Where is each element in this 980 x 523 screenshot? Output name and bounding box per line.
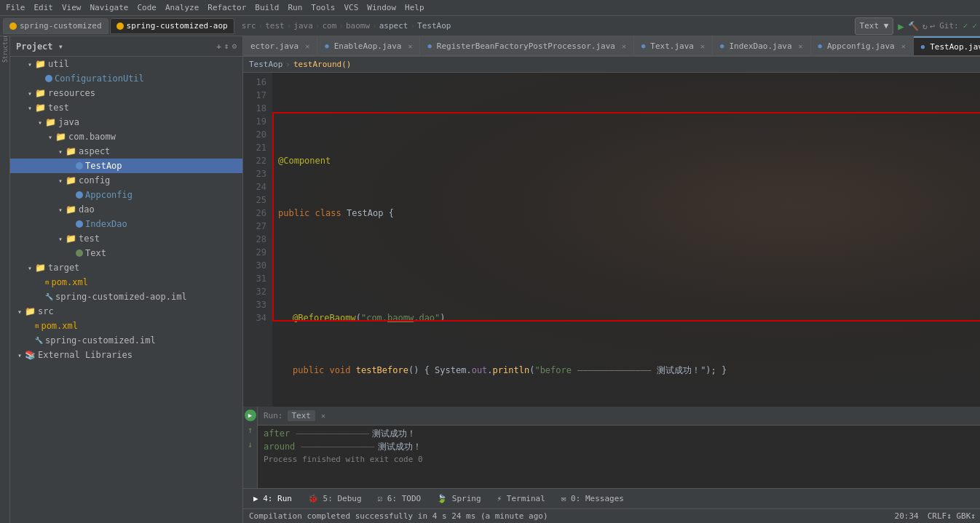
- breadcrumb-src[interactable]: src: [242, 21, 256, 31]
- code-editor[interactable]: 16 17 18 19 20 21 22 23 24 25 26 27 28 2…: [243, 73, 980, 407]
- close-ector[interactable]: ✕: [305, 42, 309, 50]
- tree-java[interactable]: ▾ 📁 java: [10, 115, 242, 129]
- btn-spring[interactable]: 🍃 Spring: [430, 492, 488, 506]
- arrow-src: ▾: [15, 308, 25, 316]
- undo-btn[interactable]: ↩: [930, 21, 935, 31]
- tree-src[interactable]: ▾ 📁 src: [10, 304, 242, 319]
- tab-register[interactable]: ● RegisterBeanFactoryPostProcessor.java …: [420, 36, 634, 55]
- breadcrumb-aspect[interactable]: aspect: [379, 21, 408, 31]
- menu-view[interactable]: View: [62, 3, 82, 12]
- arrow-combaomw: ▾: [45, 133, 55, 141]
- menu-build[interactable]: Build: [255, 3, 279, 12]
- sync-btn[interactable]: ↻: [922, 21, 928, 31]
- menu-navigate[interactable]: Navigate: [90, 3, 129, 12]
- project-tab-spring-customized[interactable]: spring-customized: [3, 18, 108, 34]
- menu-tools[interactable]: Tools: [311, 3, 335, 12]
- menu-analyze[interactable]: Analyze: [165, 3, 199, 12]
- src-label: src: [38, 306, 54, 316]
- tab-enableaop[interactable]: ● EnableAop.java ✕: [317, 36, 420, 55]
- tree-test2[interactable]: ▾ 📁 test: [10, 231, 242, 246]
- editor-tab-bar: ector.java ✕ ● EnableAop.java ✕ ● Regist…: [243, 36, 980, 57]
- run-down-btn[interactable]: ↓: [245, 439, 256, 450]
- bc-sep: ›: [285, 60, 291, 69]
- breadcrumb-com[interactable]: com: [322, 21, 336, 31]
- menu-refactor[interactable]: Refactor: [208, 3, 246, 12]
- target-label: target: [48, 263, 79, 273]
- arrow-resources: ▾: [25, 89, 35, 97]
- around-result: 测试成功！: [378, 440, 422, 453]
- pom2-icon: m: [35, 322, 39, 330]
- menu-help[interactable]: Help: [405, 3, 424, 12]
- tree-target[interactable]: ▾ 📁 target: [10, 260, 242, 275]
- btn-debug[interactable]: 🐞 5: Debug: [301, 492, 369, 506]
- run-up-btn[interactable]: ↑: [245, 424, 256, 436]
- iml2-icon: 🔧: [35, 337, 43, 344]
- close-enableaop[interactable]: ✕: [408, 42, 412, 50]
- combaomw-label: com.baomw: [68, 132, 116, 142]
- btn-todo[interactable]: ☑ 6: TODO: [371, 492, 429, 506]
- text-dropdown-btn[interactable]: Text ▼: [855, 17, 894, 35]
- menu-code[interactable]: Code: [137, 3, 157, 12]
- tree-testaop[interactable]: TestAop: [10, 159, 242, 173]
- sep6: ›: [410, 21, 415, 31]
- tree-test[interactable]: ▾ 📁 test: [10, 100, 242, 115]
- close-indexdao[interactable]: ✕: [799, 42, 803, 50]
- extlibs-label: External Libraries: [38, 350, 133, 360]
- tab-appconfig[interactable]: ● Appconfig.java ✕: [811, 36, 914, 55]
- menu-run[interactable]: Run: [288, 3, 302, 12]
- breadcrumb-testaop[interactable]: TestAop: [417, 21, 451, 31]
- btn-messages[interactable]: ✉ 0: Messages: [554, 492, 631, 506]
- pom2-label: pom.xml: [41, 321, 78, 331]
- tab-testaop[interactable]: ● TestAop.java ✕: [914, 36, 980, 55]
- tree-dao[interactable]: ▾ 📁 dao: [10, 202, 242, 217]
- tab-indexdao[interactable]: ● IndexDao.java ✕: [713, 36, 811, 55]
- run-tab-text[interactable]: Text: [288, 410, 316, 421]
- menu-vcs[interactable]: VCS: [344, 3, 358, 12]
- tree-pom2[interactable]: m pom.xml: [10, 319, 242, 333]
- run-btn[interactable]: ▶: [898, 20, 904, 32]
- tree-resources[interactable]: ▾ 📁 resources: [10, 86, 242, 100]
- tree-aspect[interactable]: ▾ 📁 aspect: [10, 144, 242, 159]
- run-tab-close[interactable]: ✕: [321, 412, 325, 420]
- iml-icon: 🔧: [45, 293, 53, 300]
- breadcrumb-testaop-class[interactable]: TestAop: [249, 60, 282, 69]
- close-text[interactable]: ✕: [700, 42, 705, 50]
- tree-config-util[interactable]: ConfigurationUtil: [10, 71, 242, 86]
- tree-iml2[interactable]: 🔧 spring-customized.iml: [10, 333, 242, 348]
- tree-appconfig[interactable]: Appconfig: [10, 188, 242, 202]
- sidebar-icon-settings[interactable]: ⚙: [232, 41, 237, 51]
- tree-pomxml[interactable]: m pom.xml: [10, 275, 242, 290]
- menu-file[interactable]: File: [6, 3, 25, 12]
- appconfig-label: Appconfig: [85, 190, 133, 200]
- tree-iml[interactable]: 🔧 spring-customized-aop.iml: [10, 290, 242, 304]
- btn-run[interactable]: ▶ 4: Run: [246, 492, 299, 506]
- project-tab-spring-customized-aop[interactable]: spring-customized-aop: [110, 18, 234, 34]
- btn-terminal[interactable]: ⚡ Terminal: [490, 492, 553, 506]
- tree-config[interactable]: ▾ 📁 config: [10, 173, 242, 188]
- folder-util-icon: 📁: [35, 59, 46, 69]
- build-btn[interactable]: 🔨: [908, 21, 919, 31]
- code-lines[interactable]: @Component public class TestAop { @Befor…: [272, 73, 980, 407]
- tree-extlibs[interactable]: ▾ 📚 External Libraries: [10, 348, 242, 362]
- menu-edit[interactable]: Edit: [34, 3, 54, 12]
- breadcrumb-test[interactable]: test: [265, 21, 285, 31]
- sidebar-icon-sync[interactable]: ↕: [224, 41, 229, 51]
- tab-text[interactable]: ● Text.java ✕: [634, 36, 713, 55]
- breadcrumb-method[interactable]: testAround(): [293, 60, 351, 69]
- run-play-btn[interactable]: ▶: [245, 410, 256, 421]
- tree-combaomw[interactable]: ▾ 📁 com.baomw: [10, 129, 242, 144]
- tree-indexdao[interactable]: IndexDao: [10, 217, 242, 231]
- tree-util[interactable]: ▾ 📁 util: [10, 57, 242, 71]
- breadcrumb-java[interactable]: java: [293, 21, 313, 31]
- folder-target-icon: 📁: [35, 263, 46, 273]
- structure-icon[interactable]: Structure: [1, 39, 9, 54]
- tree-text[interactable]: Text: [10, 246, 242, 260]
- status-encoding[interactable]: CRLF↕ GBK↕: [928, 511, 976, 521]
- tab-ector[interactable]: ector.java ✕: [243, 36, 317, 55]
- breadcrumb-baomw[interactable]: baomw: [346, 21, 370, 31]
- menu-window[interactable]: Window: [367, 3, 396, 12]
- sidebar-icon-add[interactable]: +: [216, 41, 221, 51]
- project-tab-bar: spring-customized spring-customized-aop …: [0, 16, 980, 36]
- close-register[interactable]: ✕: [622, 42, 626, 50]
- close-appconfig[interactable]: ✕: [901, 42, 906, 50]
